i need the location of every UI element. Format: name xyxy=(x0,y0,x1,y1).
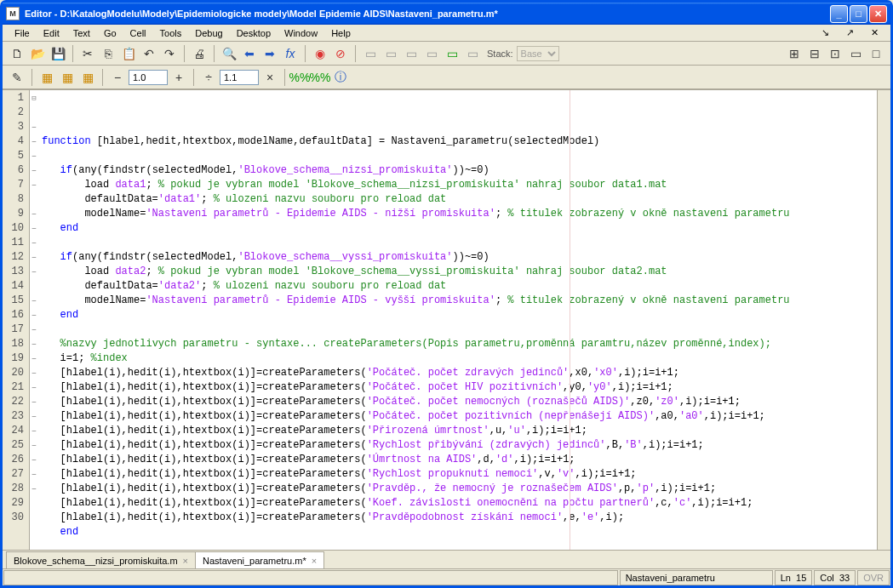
forward-icon[interactable]: ➡ xyxy=(260,44,279,63)
section-break-icon[interactable]: %% xyxy=(311,68,329,87)
status-col: Col 33 xyxy=(814,570,856,585)
minus-icon[interactable]: − xyxy=(108,68,127,87)
step-icon[interactable]: ▭ xyxy=(361,44,380,63)
menu-file[interactable]: File xyxy=(8,26,37,40)
status-line: Ln 15 xyxy=(775,570,813,585)
stack-select: Base xyxy=(517,46,559,61)
layout2-icon[interactable]: ⊟ xyxy=(805,44,824,63)
breakpoint-clear-icon[interactable]: ⊘ xyxy=(331,44,350,63)
find-icon[interactable]: 🔍 xyxy=(220,44,238,63)
cell-eval-advance-icon[interactable]: ▦ xyxy=(58,68,77,87)
tab-nastaveni-parametru[interactable]: Nastaveni_parametru.m* × xyxy=(195,551,324,568)
layout3-icon[interactable]: ⊡ xyxy=(826,44,844,63)
stack-label: Stack: xyxy=(487,49,513,59)
plus-icon[interactable]: + xyxy=(169,68,188,87)
editor-area: 1234567891011121314151617181920212223242… xyxy=(3,89,890,550)
cell-eval-all-icon[interactable]: ▦ xyxy=(78,68,97,87)
back-icon[interactable]: ⬅ xyxy=(240,44,259,63)
multiply-icon[interactable]: × xyxy=(260,68,279,87)
menu-go[interactable]: Go xyxy=(97,26,123,40)
cell-mode-icon[interactable]: ✎ xyxy=(8,68,26,87)
status-ovr: OVR xyxy=(857,570,890,585)
section-icon[interactable]: %% xyxy=(290,68,309,87)
open-file-icon[interactable]: 📂 xyxy=(28,44,47,63)
new-file-icon[interactable]: 🗋 xyxy=(8,44,26,63)
statusbar: Nastaveni_parametru Ln 15 Col 33 OVR xyxy=(3,568,890,585)
layout5-icon[interactable]: □ xyxy=(867,44,885,63)
minimize-button[interactable]: _ xyxy=(830,5,848,23)
continue-icon[interactable]: ▭ xyxy=(422,44,441,63)
step-in-icon[interactable]: ▭ xyxy=(381,44,400,63)
redo-icon[interactable]: ↷ xyxy=(160,44,179,63)
titlebar[interactable]: M Editor - D:\KatalogModelu\Modely\Epide… xyxy=(3,3,890,25)
fold-gutter[interactable]: ⊟−−−−−−−−−−−−−−−−−−−−−−−− xyxy=(30,90,38,550)
status-message xyxy=(3,570,618,585)
tab-blokove-schema[interactable]: Blokove_schema__nizsi_promiskuita.m × xyxy=(6,551,196,568)
cell-multiply-input[interactable] xyxy=(220,70,259,85)
cut-icon[interactable]: ✂ xyxy=(78,44,97,63)
tab-close-icon[interactable]: × xyxy=(312,556,317,566)
app-icon: M xyxy=(6,7,20,20)
layout4-icon[interactable]: ▭ xyxy=(846,44,865,63)
exit-debug-icon[interactable]: ▭ xyxy=(463,44,482,63)
breakpoint-set-icon[interactable]: ◉ xyxy=(311,44,329,63)
window-title: Editor - D:\KatalogModelu\Modely\Epidemi… xyxy=(25,9,830,19)
cell-increment-input[interactable] xyxy=(129,70,168,85)
menu-desktop[interactable]: Desktop xyxy=(230,26,278,40)
layout1-icon[interactable]: ⊞ xyxy=(785,44,804,63)
margin-line xyxy=(570,90,570,550)
tab-strip: Blokove_schema__nizsi_promiskuita.m × Na… xyxy=(3,550,890,568)
close-panel-icon[interactable]: ✕ xyxy=(864,26,885,40)
undock-icon[interactable]: ↗ xyxy=(839,26,861,40)
vertical-scrollbar[interactable] xyxy=(877,90,890,550)
maximize-button[interactable]: □ xyxy=(850,5,867,23)
line-gutter: 1234567891011121314151617181920212223242… xyxy=(3,90,30,550)
menubar: File Edit Text Go Cell Tools Debug Deskt… xyxy=(3,25,890,42)
copy-icon[interactable]: ⎘ xyxy=(99,44,117,63)
run-icon[interactable]: ▭ xyxy=(443,44,461,63)
step-out-icon[interactable]: ▭ xyxy=(402,44,421,63)
code-editor[interactable]: function [hlabel,hedit,htextbox,modelNam… xyxy=(38,90,877,550)
menu-debug[interactable]: Debug xyxy=(188,26,229,40)
toolbar-main: 🗋 📂 💾 ✂ ⎘ 📋 ↶ ↷ 🖨 🔍 ⬅ ➡ fx ◉ ⊘ ▭ ▭ ▭ ▭ ▭… xyxy=(3,42,890,66)
info-icon[interactable]: ⓘ xyxy=(331,68,350,87)
undo-icon[interactable]: ↶ xyxy=(140,44,158,63)
menu-cell[interactable]: Cell xyxy=(123,26,153,40)
print-icon[interactable]: 🖨 xyxy=(190,44,209,63)
menu-tools[interactable]: Tools xyxy=(153,26,189,40)
menu-edit[interactable]: Edit xyxy=(37,26,66,40)
tab-close-icon[interactable]: × xyxy=(183,556,188,566)
menu-text[interactable]: Text xyxy=(66,26,97,40)
cell-eval-icon[interactable]: ▦ xyxy=(37,68,56,87)
menu-window[interactable]: Window xyxy=(278,26,324,40)
save-icon[interactable]: 💾 xyxy=(49,44,67,63)
divide-icon[interactable]: ÷ xyxy=(199,68,218,87)
status-function: Nastaveni_parametru xyxy=(620,570,773,585)
dock-icon[interactable]: ↘ xyxy=(815,26,836,40)
fx-icon[interactable]: fx xyxy=(281,44,300,63)
close-button[interactable]: ✕ xyxy=(869,5,887,23)
tab-label: Blokove_schema__nizsi_promiskuita.m xyxy=(14,556,178,566)
toolbar-cell: ✎ ▦ ▦ ▦ − + ÷ × %% %% ⓘ xyxy=(3,66,890,89)
paste-icon[interactable]: 📋 xyxy=(119,44,138,63)
menu-help[interactable]: Help xyxy=(324,26,358,40)
tab-label: Nastaveni_parametru.m* xyxy=(203,556,306,566)
